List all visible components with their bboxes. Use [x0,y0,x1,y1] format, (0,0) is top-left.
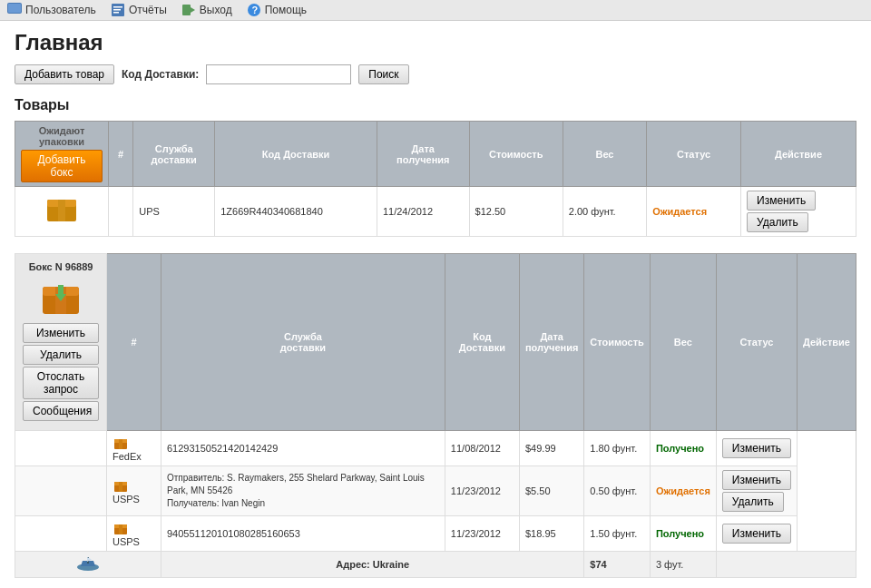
page-title: Главная [15,30,856,55]
waiting-label: Ожидают упаковки [21,125,103,147]
main-content: Главная Добавить товар Код Доставки: Пои… [0,21,871,588]
service-cell: UPS [133,187,215,237]
table-row: FedEx 61293150521420142429 11/08/2012 $4… [15,431,856,466]
ship-icon [75,555,101,572]
status-cell: Получено [650,431,716,466]
report-icon [111,3,125,17]
date-cell: 11/08/2012 [445,431,519,466]
col-status: Статус [647,122,741,187]
pkg-icon [113,477,129,494]
svg-rect-5 [113,12,119,14]
num-cell [109,187,133,237]
weight-cell: 2.00 фунт. [563,187,646,237]
svg-text:?: ? [251,5,258,15]
nav-help[interactable]: ? Помощь [247,3,307,17]
waiting-packages-table: Ожидают упаковки Добавить бокс # Службад… [15,121,856,237]
tracking-cell: Отправитель: S. Raymakers, 255 Shelard P… [161,466,445,516]
bcol-status: Статус [716,254,797,431]
svg-rect-6 [182,5,191,15]
date-cell: 11/23/2012 [445,516,519,552]
box-info-cell: Бокс N 96889 Изменить Удалить Отослать з… [15,254,107,431]
nav-reports[interactable]: Отчёты [111,3,167,17]
bcol-weight: Вес [650,254,716,431]
weight-cell: 1.80 фунт. [584,431,651,466]
date-cell: 11/24/2012 [377,187,469,237]
svg-rect-1 [8,4,21,13]
box-messages-button[interactable]: Сообщения [23,401,99,421]
address-cell: Адрес: Ukraine [161,552,584,578]
service-cell: FedEx [107,431,161,466]
tracking-cell: 940551120101080285160653 [161,516,445,552]
col-cost: Стоимость [469,122,563,187]
edit-button[interactable]: Изменить [722,524,791,544]
table-row: USPS Отправитель: S. Raymakers, 255 Shel… [15,466,856,516]
edit-button[interactable]: Изменить [747,191,816,211]
delete-button[interactable]: Удалить [722,492,784,512]
svg-rect-17 [58,285,64,294]
actions-cell: Изменить [716,431,797,466]
search-button[interactable]: Поиск [358,64,408,84]
status-cell: Получено [650,516,716,552]
delivery-code-input[interactable] [206,64,351,84]
num-cell [15,431,107,466]
nav-exit[interactable]: Выход [181,3,232,17]
pkg-icon [113,435,129,451]
cost-cell: $18.95 [519,516,583,552]
status-cell: Ожидается [650,466,716,516]
cost-cell: $5.50 [519,466,583,516]
bcol-tracking: Код Доставки [445,254,519,431]
box-download-icon [39,276,83,319]
nav-user[interactable]: Пользователь [7,3,96,17]
actions-cell: Изменить Удалить [741,187,856,237]
box-delete-button[interactable]: Удалить [23,345,99,365]
date-cell: 11/23/2012 [445,466,519,516]
box-table: Бокс N 96889 Изменить Удалить Отослать з… [15,253,856,578]
box-edit-button[interactable]: Изменить [23,323,99,343]
add-box-button[interactable]: Добавить бокс [21,150,103,182]
box-footer-row: Адрес: Ukraine $74 3 фут. [15,552,856,578]
col-weight: Вес [563,122,646,187]
cost-cell: $12.50 [469,187,563,237]
weight-cell: 0.50 фунт. [584,466,651,516]
add-product-button[interactable]: Добавить товар [15,64,114,84]
total-weight-cell: 3 фут. [650,552,716,578]
tracking-cell: 61293150521420142429 [161,431,445,466]
pkg-icon [113,520,129,536]
svg-rect-4 [113,9,121,11]
col-num: # [109,122,133,187]
waiting-header-cell: Ожидают упаковки Добавить бокс [15,122,109,187]
top-navigation: Пользователь Отчёты Выход ? Помощь [0,0,871,21]
col-action: Действие [741,122,856,187]
bcol-service: Службадоставки [161,254,445,431]
delivery-code-label: Код Доставки: [122,68,199,81]
icon-cell [15,187,109,237]
products-section-title: Товары [15,97,856,113]
delete-button[interactable]: Удалить [747,212,808,232]
table-row: USPS 940551120101080285160653 11/23/2012… [15,516,856,552]
toolbar: Добавить товар Код Доставки: Поиск [15,64,856,84]
edit-button[interactable]: Изменить [722,438,791,458]
user-icon [7,3,22,17]
bcol-action: Действие [797,254,856,431]
bcol-num: # [107,254,161,431]
actions-cell: Изменить [716,516,797,552]
tracking-cell: 1Z669R440340681840 [215,187,377,237]
svg-rect-26 [119,524,122,534]
footer-empty [716,552,856,578]
edit-button[interactable]: Изменить [722,470,791,490]
num-cell [15,466,107,516]
exit-icon [181,3,196,17]
package-icon [44,191,80,227]
col-tracking: Код Доставки [215,122,377,187]
svg-rect-20 [119,439,122,449]
send-request-button[interactable]: Отослать запрос [23,367,99,399]
svg-marker-7 [191,7,195,13]
service-cell: USPS [107,516,161,552]
num-cell [15,516,107,552]
table-row: UPS 1Z669R440340681840 11/24/2012 $12.50… [15,187,856,237]
weight-cell: 1.50 фунт. [584,516,651,552]
status-cell: Ожидается [647,187,741,237]
bcol-date: Датаполучения [519,254,583,431]
service-cell: USPS [107,466,161,516]
help-icon: ? [247,3,261,17]
